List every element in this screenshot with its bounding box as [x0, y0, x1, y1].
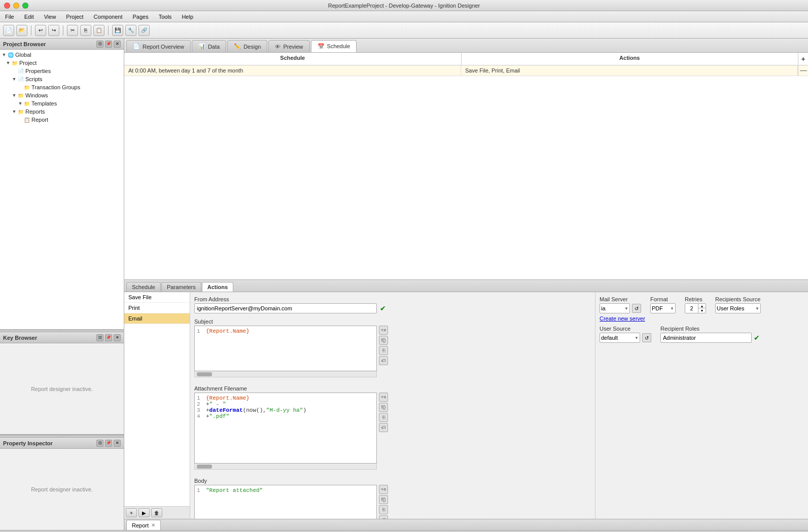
panel-header-icons: ⊡ 📌 ✕ [96, 41, 121, 48]
user-source-refresh[interactable]: ↺ [642, 333, 651, 342]
action-add-btn[interactable]: + [126, 508, 137, 517]
schedule-row-1[interactable]: At 0:00 AM, between day 1 and 7 of the m… [124, 65, 808, 76]
action-item-email[interactable]: Email [124, 313, 190, 324]
attach-copy-btn[interactable]: ⎘ [379, 413, 388, 422]
tree-item-properties[interactable]: 📄 Properties [1, 67, 123, 75]
kb-close-icon[interactable]: ✕ [114, 334, 121, 341]
close-button[interactable] [4, 3, 10, 9]
toolbar-open[interactable]: 📂 [16, 25, 27, 36]
subject-tag-btn[interactable]: 🏷 [379, 356, 388, 365]
action-move-btn[interactable]: ▶ [138, 508, 150, 517]
tree-item-transaction-groups[interactable]: 📁 Transaction Groups [1, 83, 123, 91]
attachment-editor[interactable]: 1 {Report.Name} 2 + " - " 3 [194, 393, 377, 464]
bottom-tab-actions[interactable]: Actions [202, 282, 233, 292]
kb-restore-icon[interactable]: ⊡ [96, 334, 103, 341]
attach-tag-btn[interactable]: 🏷 [379, 423, 388, 432]
body-editor[interactable]: 1 "Report attached" [194, 485, 377, 519]
toolbar-connect[interactable]: 🔗 [138, 25, 150, 36]
menu-view[interactable]: View [41, 13, 59, 21]
pi-inactive: Report designer inactive. [31, 486, 93, 492]
minimize-button[interactable] [13, 3, 19, 9]
subject-fx-btn[interactable]: f() [379, 336, 388, 345]
toolbar-save[interactable]: 💾 [112, 25, 123, 36]
tree-item-report[interactable]: 📋 Report [1, 116, 123, 124]
format-select[interactable]: PDF ▼ [650, 303, 676, 313]
tab-report-overview[interactable]: 📄 Report Overview [126, 40, 191, 52]
tree-item-windows[interactable]: ▼ 📁 Windows [1, 91, 123, 99]
from-address-input[interactable] [194, 303, 377, 313]
pi-pin-icon[interactable]: 📌 [105, 440, 112, 447]
menu-edit[interactable]: Edit [21, 13, 37, 21]
tab-preview[interactable]: 👁 Preview [268, 40, 309, 52]
toolbar-paste[interactable]: 📋 [93, 25, 104, 36]
retries-spinner[interactable]: 2 ▲ ▼ [685, 303, 706, 313]
panel-restore-icon[interactable]: ⊡ [96, 41, 103, 48]
tree-item-global[interactable]: ▼ 🌐 Global [1, 51, 123, 59]
panel-pin-icon[interactable]: 📌 [105, 41, 112, 48]
subject-editor[interactable]: 1 {Report.Name} [194, 326, 377, 371]
retries-up[interactable]: ▲ [698, 304, 706, 308]
body-fx-btn[interactable]: f() [379, 495, 388, 504]
tree-expand-scripts[interactable]: ▼ [11, 76, 17, 82]
user-source-select[interactable]: default ▼ [600, 333, 640, 343]
toolbar-redo[interactable]: ↪ [48, 25, 59, 36]
delete-schedule-btn[interactable]: — [800, 66, 807, 74]
attach-add-btn[interactable]: +≡ [379, 393, 388, 402]
menu-project[interactable]: Project [63, 13, 86, 21]
toolbar-cut[interactable]: ✂ [67, 25, 78, 36]
recipients-source-select[interactable]: User Roles ▼ [715, 303, 761, 313]
spinner-arrows[interactable]: ▲ ▼ [698, 304, 706, 313]
title-bar-buttons[interactable] [4, 3, 28, 9]
bottom-tab-parameters[interactable]: Parameters [161, 282, 201, 292]
body-tag-btn[interactable]: 🏷 [379, 515, 388, 519]
tree-item-reports[interactable]: ▼ 📁 Reports [1, 108, 123, 116]
mail-server-select[interactable]: ia ▼ [600, 303, 630, 313]
user-source-group: User Source default ▼ ↺ [600, 326, 651, 343]
create-new-server-link[interactable]: Create new server [600, 315, 804, 322]
tree-item-scripts[interactable]: ▼ 📄 Scripts [1, 75, 123, 83]
kb-pin-icon[interactable]: 📌 [105, 334, 112, 341]
panel-close-icon[interactable]: ✕ [114, 41, 121, 48]
menu-component[interactable]: Component [91, 13, 126, 21]
tab-design[interactable]: ✏️ Design [227, 40, 267, 52]
menu-file[interactable]: File [2, 13, 17, 21]
pi-close-icon[interactable]: ✕ [114, 440, 121, 447]
body-add-btn[interactable]: +≡ [379, 485, 388, 494]
toolbar-copy[interactable]: ⎘ [80, 25, 91, 36]
property-inspector-title: Property Inspector [3, 440, 53, 446]
action-item-print[interactable]: Print [124, 303, 190, 313]
tree-item-templates[interactable]: ▼ 📁 Templates [1, 99, 123, 108]
attach-fx-btn[interactable]: f() [379, 403, 388, 412]
recipient-roles-input[interactable] [660, 333, 752, 343]
tree-expand-properties [11, 68, 17, 74]
bottom-tab-schedule[interactable]: Schedule [126, 282, 161, 292]
tree-item-project[interactable]: ▼ 📁 Project [1, 59, 123, 67]
tab-schedule[interactable]: 📅 Schedule [311, 40, 357, 52]
doc-tab-report[interactable]: Report ✕ [126, 520, 161, 530]
maximize-button[interactable] [22, 3, 28, 9]
subject-copy-btn[interactable]: ⎘ [379, 346, 388, 355]
tree-expand-global[interactable]: ▼ [1, 52, 7, 58]
menu-pages[interactable]: Pages [129, 13, 151, 21]
action-item-save-file[interactable]: Save File [124, 292, 190, 303]
tab-data[interactable]: 📊 Data [192, 40, 226, 52]
action-delete-btn[interactable]: 🗑 [151, 508, 162, 517]
toolbar-undo[interactable]: ↩ [35, 25, 46, 36]
subject-add-btn[interactable]: +≡ [379, 326, 388, 335]
add-schedule-btn[interactable]: + [798, 53, 808, 65]
menu-tools[interactable]: Tools [156, 13, 175, 21]
toolbar-publish[interactable]: 🔧 [125, 25, 136, 36]
tree-expand-windows[interactable]: ▼ [11, 92, 17, 98]
tree-expand-project[interactable]: ▼ [5, 60, 11, 66]
key-browser-title: Key Browser [3, 335, 37, 341]
pi-restore-icon[interactable]: ⊡ [96, 440, 103, 447]
body-copy-btn[interactable]: ⎘ [379, 505, 388, 514]
tree-expand-templates[interactable]: ▼ [17, 100, 23, 107]
main-tab-bar: 📄 Report Overview 📊 Data ✏️ Design 👁 Pre… [124, 39, 808, 53]
menu-help[interactable]: Help [179, 13, 196, 21]
toolbar-new[interactable]: 📄 [3, 25, 14, 36]
tree-expand-reports[interactable]: ▼ [11, 109, 17, 115]
mail-server-refresh[interactable]: ↺ [632, 304, 641, 313]
doc-tab-close-icon[interactable]: ✕ [151, 522, 155, 528]
retries-down[interactable]: ▼ [698, 308, 706, 313]
